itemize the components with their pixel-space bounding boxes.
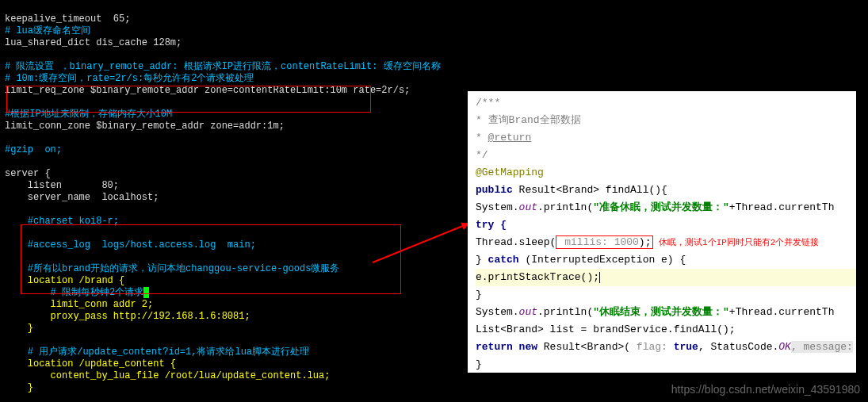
keyword: true <box>674 341 698 353</box>
annotation: @GetMapping <box>476 164 856 182</box>
line: server { <box>5 168 51 179</box>
code: Thread.sleep( <box>476 236 556 248</box>
param-hint: millis: 1000 <box>558 236 638 248</box>
code: +Thread.currentTh <box>729 306 835 318</box>
javadoc: */ <box>476 147 856 164</box>
keyword: public <box>476 184 513 196</box>
javadoc: * 查询Brand全部数据 <box>476 112 856 129</box>
comment: # lua缓存命名空间 <box>5 25 90 36</box>
field: out <box>519 306 537 318</box>
line: content_by_lua_file /root/lua/update_con… <box>5 370 330 381</box>
code: +Thread.currentTh <box>729 201 835 213</box>
line: } <box>5 382 33 393</box>
code: e.printStackTrace(); <box>476 271 599 283</box>
method-signature: Result<Brand> findAll(){ <box>513 184 667 196</box>
line: keepalive_timeout 65; <box>5 13 130 25</box>
line: lua_shared_dict dis_cache 128m; <box>5 37 182 48</box>
code: } <box>476 356 856 373</box>
highlight-box-location-brand <box>21 224 401 294</box>
java-ide-panel: /*** * 查询Brand全部数据 * @return */ @GetMapp… <box>468 91 856 373</box>
code: } <box>476 254 488 266</box>
line: listen 80; <box>5 180 119 191</box>
code: .println( <box>537 306 593 318</box>
string: "准备休眠，测试并发数量：" <box>593 201 729 213</box>
caret-icon <box>599 271 600 283</box>
inline-comment: 休眠，测试1个IP同时只能有2个并发链接 <box>653 238 819 247</box>
code: System. <box>476 306 519 318</box>
nginx-config-terminal: keepalive_timeout 65; # lua缓存命名空间 lua_sh… <box>0 0 460 402</box>
code: System. <box>476 201 519 213</box>
code: ); <box>639 236 652 248</box>
watermark: https://blog.csdn.net/weixin_43591980 <box>671 383 860 396</box>
line: location /update_content { <box>5 358 176 369</box>
code: (InterruptedException e) { <box>519 254 686 266</box>
javadoc: /*** <box>476 94 856 112</box>
param-hint: flag: <box>630 341 674 353</box>
line: server_name localhost; <box>5 192 159 203</box>
line: } <box>5 323 33 334</box>
highlight-box-limit-conn-zone <box>6 86 371 113</box>
javadoc-tag: @return <box>488 132 532 144</box>
code: , StatusCode. <box>698 341 778 353</box>
comment: # 用户请求/update_content?id=1,将请求给lua脚本进行处理 <box>5 346 309 358</box>
keyword: catch <box>488 254 519 266</box>
comment: #gzip on; <box>5 144 62 155</box>
line: limit_conn_zone $binary_remote_addr zone… <box>5 121 285 132</box>
field: out <box>519 201 537 213</box>
code: } <box>476 286 856 304</box>
code: Result<Brand>( <box>537 341 630 353</box>
param-hint: , message: <box>791 341 853 353</box>
line: proxy_pass http://192.168.1.6:8081; <box>5 311 250 322</box>
field: OK <box>778 341 791 353</box>
code: .println( <box>537 201 593 213</box>
string: "休眠结束，测试并发数量：" <box>593 306 729 318</box>
comment: # 限流设置 ，binary_remote_addr: 根据请求IP进行限流，c… <box>5 61 441 72</box>
keyword: return new <box>476 341 537 353</box>
code: List<Brand> list = brandService.findAll(… <box>476 321 856 339</box>
javadoc: * <box>476 132 488 144</box>
comment: # 10m:缓存空间，rate=2r/s:每秒允许有2个请求被处理 <box>5 73 254 84</box>
keyword: try { <box>476 219 507 231</box>
line: limit_conn addr 2; <box>5 299 153 310</box>
